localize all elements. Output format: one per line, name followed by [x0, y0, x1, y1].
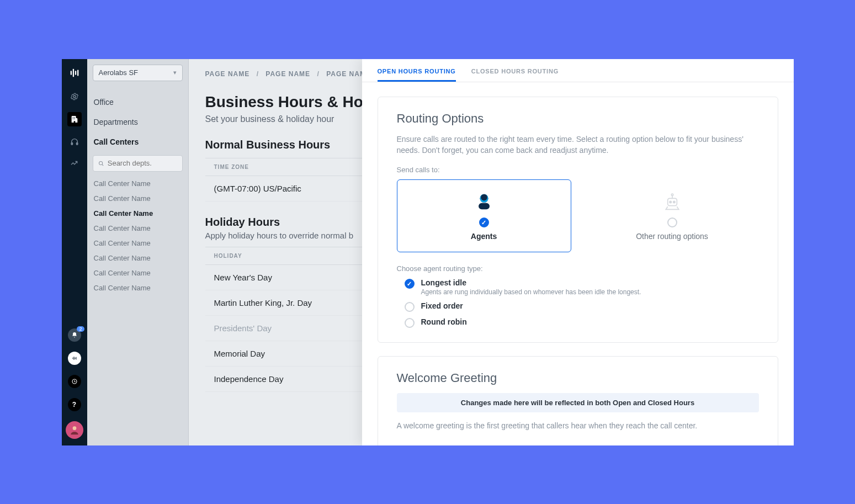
svg-point-16: [72, 426, 76, 430]
svg-rect-22: [667, 198, 677, 205]
greeting-notice: Changes made here will be reflected in b…: [397, 393, 759, 412]
icon-rail: 2 ?: [62, 59, 87, 445]
svg-rect-3: [77, 70, 78, 76]
call-center-item[interactable]: Call Center Name: [94, 176, 182, 191]
trend-icon[interactable]: [69, 157, 80, 168]
option-other[interactable]: Other routing options: [586, 179, 759, 252]
svg-point-4: [73, 96, 76, 98]
nav-departments[interactable]: Departments: [94, 112, 182, 132]
radio-fixed-order[interactable]: Fixed order: [405, 301, 759, 312]
tab-closed-hours[interactable]: CLOSED HOURS ROUTING: [471, 68, 559, 82]
org-select[interactable]: Aerolabs SF ▾: [93, 65, 183, 81]
svg-rect-14: [76, 357, 76, 359]
help-icon[interactable]: ?: [68, 398, 81, 411]
agent-person-icon: [473, 191, 495, 213]
radio-round-robin[interactable]: Round robin: [405, 317, 759, 328]
chevron-down-icon: ▾: [173, 69, 177, 76]
search-icon: [98, 160, 104, 167]
svg-point-17: [99, 161, 102, 165]
svg-point-23: [670, 201, 671, 203]
svg-rect-8: [74, 118, 75, 119]
breadcrumb-item[interactable]: PAGE NAME: [265, 70, 310, 78]
org-select-value: Aerolabs SF: [99, 68, 139, 77]
svg-rect-21: [479, 203, 490, 210]
bell-icon[interactable]: 2: [68, 328, 81, 342]
nav-office[interactable]: Office: [94, 92, 182, 112]
svg-rect-11: [72, 357, 73, 359]
svg-rect-13: [75, 357, 75, 359]
svg-rect-5: [72, 117, 73, 118]
call-center-item[interactable]: Call Center Name: [94, 280, 182, 295]
routing-desc: Ensure calls are routed to the right tea…: [397, 134, 759, 156]
main-content: PAGE NAME / PAGE NAME / PAGE NAME / Busi…: [189, 59, 794, 445]
call-center-item[interactable]: Call Center Name: [94, 206, 182, 221]
routing-title: Routing Options: [397, 112, 759, 126]
svg-point-25: [671, 194, 673, 195]
svg-point-20: [481, 194, 487, 201]
sidebar: Aerolabs SF ▾ Office Departments Call Ce…: [87, 59, 189, 445]
call-center-item[interactable]: Call Center Name: [94, 191, 182, 206]
sound-wave-icon[interactable]: [68, 352, 81, 365]
nav-call-centers[interactable]: Call Centers: [94, 132, 182, 152]
send-calls-label: Send calls to:: [397, 166, 759, 174]
svg-rect-9: [71, 142, 73, 145]
call-center-item[interactable]: Call Center Name: [94, 266, 182, 280]
svg-rect-1: [72, 68, 73, 77]
routing-card: Routing Options Ensure calls are routed …: [378, 97, 778, 343]
svg-rect-12: [73, 357, 74, 360]
search-input-wrap[interactable]: [93, 155, 183, 172]
option-other-label: Other routing options: [636, 232, 708, 241]
greeting-title: Welcome Greeting: [397, 371, 759, 385]
option-agents[interactable]: Agents: [397, 179, 571, 252]
search-input[interactable]: [108, 159, 178, 167]
radio-longest-idle[interactable]: Longest idle Agents are rung individuall…: [405, 278, 759, 296]
tab-open-hours[interactable]: OPEN HOURS ROUTING: [378, 68, 456, 82]
radio-other: [667, 217, 677, 227]
app-shell: 2 ? Aerolabs SF ▾ Office Departments Cal…: [62, 59, 794, 445]
svg-rect-6: [74, 117, 75, 118]
routing-panel: OPEN HOURS ROUTING CLOSED HOURS ROUTING …: [362, 59, 794, 445]
option-agents-label: Agents: [471, 232, 497, 241]
gear-icon[interactable]: [69, 91, 80, 102]
breadcrumb-item[interactable]: PAGE NAME: [205, 70, 250, 78]
call-center-item[interactable]: Call Center Name: [94, 221, 182, 236]
panel-tabs: OPEN HOURS ROUTING CLOSED HOURS ROUTING: [362, 59, 794, 82]
robot-icon: [661, 191, 683, 213]
call-center-item[interactable]: Call Center Name: [94, 236, 182, 251]
radio-agents: [479, 217, 489, 227]
avatar[interactable]: [66, 421, 83, 439]
greeting-card: Welcome Greeting Changes made here will …: [378, 356, 778, 445]
greeting-desc: A welcome greeting is the first greeting…: [397, 420, 759, 431]
logo-icon: [68, 67, 81, 81]
svg-rect-10: [76, 142, 78, 145]
svg-point-24: [673, 201, 675, 203]
headset-icon[interactable]: [69, 136, 80, 147]
svg-rect-7: [72, 118, 73, 119]
svg-rect-2: [75, 71, 76, 75]
routing-type-label: Choose agent routing type:: [397, 264, 759, 273]
building-icon[interactable]: [67, 112, 82, 126]
notification-badge: 2: [77, 326, 84, 332]
svg-rect-0: [70, 71, 71, 75]
history-icon[interactable]: [68, 375, 81, 388]
call-center-list: Call Center NameCall Center NameCall Cen…: [87, 176, 188, 295]
call-center-item[interactable]: Call Center Name: [94, 251, 182, 266]
